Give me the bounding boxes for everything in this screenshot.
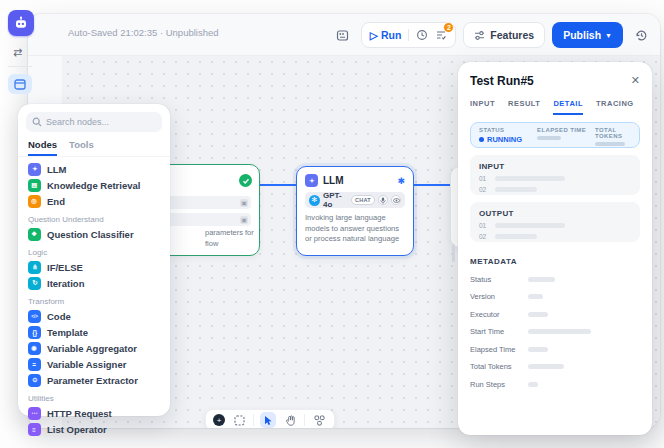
gpt4o-model-icon: ✻ — [309, 195, 320, 206]
tab-nodes[interactable]: Nodes — [28, 139, 57, 156]
panel-resize-handle[interactable] — [452, 244, 455, 262]
chevron-down-icon: ▼ — [605, 32, 612, 39]
workflow-app: Auto-Saved 21:02:35 · Unpublished ▷Run 2 — [0, 0, 664, 448]
input-line2-bar — [495, 187, 537, 192]
section-logic: Logic — [24, 242, 164, 259]
end-icon: ◎ — [28, 195, 41, 208]
meta-row-executor: Executor — [470, 310, 640, 319]
node-item-http-request[interactable]: ⋯ HTTP Request — [24, 405, 164, 421]
status-value: RUNNING — [479, 135, 522, 144]
node-item-template[interactable]: {} Template — [24, 324, 164, 340]
publish-button[interactable]: Publish▼ — [552, 22, 623, 48]
run-button[interactable]: ▷Run — [370, 29, 402, 41]
node-item-parameter-extractor[interactable]: ⊙ Parameter Extractor — [24, 372, 164, 388]
variable-aggregator-icon: ◉ — [28, 342, 41, 355]
hand-mode-button[interactable] — [282, 412, 298, 428]
node-settings-icon[interactable]: ✱ — [397, 176, 405, 186]
node-item-code[interactable]: </> Code — [24, 308, 164, 324]
meta-placeholder-bar — [528, 277, 555, 282]
tab-result[interactable]: RESULT — [508, 99, 540, 115]
run-toolbar-group: ▷Run 2 — [361, 22, 457, 48]
elapsed-placeholder-bar — [537, 136, 561, 140]
status-card: STATUS RUNNING ELAPSED TIME TOTAL TOKENS — [470, 122, 640, 148]
tab-input[interactable]: INPUT — [470, 99, 495, 115]
node-item-list-operator[interactable]: ≡ List Operator — [24, 421, 164, 437]
meta-placeholder-bar — [528, 382, 538, 387]
pointer-mode-button[interactable] — [260, 412, 276, 428]
workflow-switch-icon[interactable]: ⇄ — [13, 46, 22, 59]
meta-placeholder-bar — [528, 329, 591, 334]
http-request-icon: ⋯ — [28, 407, 41, 420]
elapsed-time-label: ELAPSED TIME — [537, 127, 586, 133]
add-block-button[interactable]: + — [213, 414, 225, 426]
model-selector[interactable]: ✻ GPT-4o CHAT — [305, 192, 405, 208]
meta-placeholder-bar — [528, 312, 548, 317]
organize-layout-icon[interactable] — [311, 412, 327, 428]
meta-row-elapsed-time: Elapsed Time — [470, 345, 640, 354]
meta-placeholder-bar — [528, 294, 543, 299]
node-list: ✦ LLM ▤ Knowledge Retrieval ◎ End Questi… — [18, 157, 170, 437]
list-operator-icon: ≡ — [28, 423, 41, 436]
section-question-understand: Question Understand — [24, 209, 164, 226]
top-header: Auto-Saved 21:02:35 · Unpublished ▷Run 2 — [28, 14, 660, 56]
node-picker-panel: Nodes Tools ✦ LLM ▤ Knowledge Retrieval … — [18, 104, 170, 416]
node-item-end[interactable]: ◎ End — [24, 193, 164, 209]
node-item-variable-aggregator[interactable]: ◉ Variable Aggregator — [24, 340, 164, 356]
canvas-control-bar: + — [205, 409, 335, 428]
sidebar-divider — [8, 66, 32, 67]
search-icon — [32, 117, 42, 127]
running-dot-icon — [479, 137, 484, 142]
total-tokens-label: TOTAL TOKENS — [595, 127, 639, 139]
tab-tools[interactable]: Tools — [69, 139, 94, 156]
llm-icon: ✦ — [28, 163, 41, 176]
test-run-panel: Test Run#5 ✕ INPUT RESULT DETAIL TRACING… — [458, 62, 652, 435]
node-item-variable-assigner[interactable]: = Variable Assigner — [24, 356, 164, 372]
meta-row-version: Version — [470, 292, 640, 301]
checklist-icon[interactable]: 2 — [435, 29, 447, 41]
node-item-knowledge-retrieval[interactable]: ▤ Knowledge Retrieval — [24, 177, 164, 193]
node-item-if-else[interactable]: ⋔ IF/ELSE — [24, 259, 164, 275]
parameter-extractor-icon: ⊙ — [28, 374, 41, 387]
meta-row-total-tokens: Total Tokens — [470, 362, 640, 371]
history-clock-icon[interactable] — [416, 29, 428, 41]
search-box[interactable] — [26, 112, 162, 132]
tab-tracing[interactable]: TRACING — [596, 99, 634, 115]
vision-eye-icon — [391, 195, 401, 205]
tab-detail[interactable]: DETAIL — [553, 99, 583, 115]
play-icon: ▷ — [370, 29, 378, 41]
node-panel-tabs: Nodes Tools — [18, 132, 170, 157]
section-utilities: Utilities — [24, 388, 164, 405]
embed-app-icon[interactable] — [332, 24, 354, 46]
input-line1-bar — [495, 176, 565, 181]
node-item-iteration[interactable]: ↻ Iteration — [24, 275, 164, 291]
panel-title: Test Run#5 — [470, 74, 640, 88]
node-item-question-classifier[interactable]: ❖ Question Classifier — [24, 226, 164, 242]
input-card: INPUT 01 02 — [470, 155, 640, 195]
chat-mode-badge: CHAT — [351, 195, 375, 205]
node-item-llm[interactable]: ✦ LLM — [24, 161, 164, 177]
search-input[interactable] — [46, 117, 156, 127]
if-else-icon: ⋔ — [28, 261, 41, 274]
app-robot-icon[interactable] — [8, 10, 34, 36]
close-icon[interactable]: ✕ — [631, 74, 640, 87]
microphone-icon — [378, 195, 388, 205]
autosave-status: Auto-Saved 21:02:35 · Unpublished — [68, 27, 219, 38]
meta-row-run-steps: Run Steps — [470, 380, 640, 389]
code-icon: </> — [28, 310, 41, 323]
version-history-icon[interactable] — [630, 24, 652, 46]
llm-node[interactable]: ✦ LLM ✱ ✻ GPT-4o CHAT Invoking large lan… — [296, 166, 414, 256]
tokens-placeholder-bar — [595, 142, 625, 146]
knowledge-retrieval-icon: ▤ — [28, 179, 41, 192]
question-classifier-icon: ❖ — [28, 228, 41, 241]
preview-window-icon[interactable] — [8, 74, 32, 94]
metadata-title: METADATA — [470, 257, 640, 266]
field-settings-icon: ▣ — [240, 216, 248, 224]
add-note-icon[interactable] — [231, 412, 247, 428]
meta-placeholder-bar — [528, 364, 564, 369]
features-button[interactable]: Features — [463, 22, 545, 48]
checklist-badge: 2 — [443, 22, 454, 33]
output-line2-bar — [495, 234, 537, 239]
meta-row-status: Status — [470, 275, 640, 284]
llm-node-description: Invoking large language models to answer… — [305, 213, 405, 245]
status-label: STATUS — [479, 127, 522, 133]
